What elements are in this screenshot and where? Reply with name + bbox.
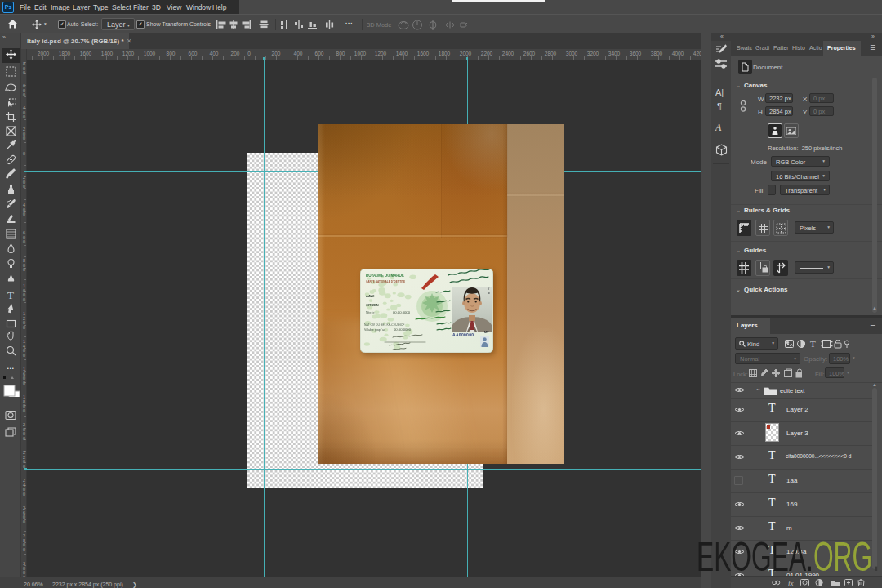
svg-text:MV: MV — [484, 331, 489, 334]
svg-text:CARTE NATIONALE D'IDENTITE: CARTE NATIONALE D'IDENTITE — [366, 280, 405, 283]
svg-text:Valable jusqu'au: Valable jusqu'au — [364, 328, 385, 332]
svg-text:00.00.0000: 00.00.0000 — [393, 310, 411, 314]
svg-text:CITIZEN: CITIZEN — [366, 303, 379, 307]
svg-text:ROYAUME DU MAROC: ROYAUME DU MAROC — [366, 273, 404, 278]
svg-text:00.00.0000: 00.00.0000 — [394, 327, 412, 332]
svg-text:NAT CIV DU GEL KH-CEI-SNCF: NAT CIV DU GEL KH-CEI-SNCF — [364, 323, 404, 327]
svg-text:AA000000: AA000000 — [452, 332, 474, 337]
svg-text:AAWI: AAWI — [366, 294, 374, 298]
svg-text:fx: fx — [788, 579, 794, 586]
svg-text:M: M — [488, 292, 490, 295]
svg-text:Née le: Née le — [366, 311, 374, 314]
